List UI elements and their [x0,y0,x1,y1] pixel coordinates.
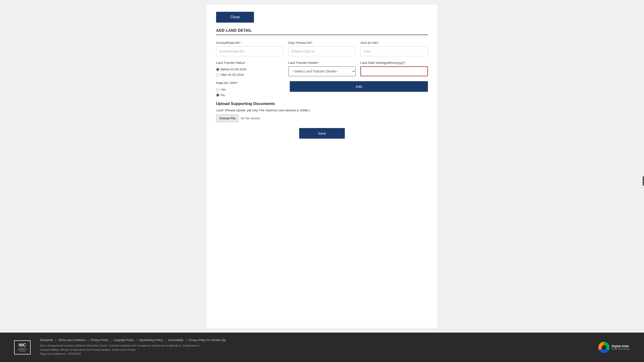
survey-khata-label: Survey/Khata No*: [216,41,284,44]
upload-section: Upload Supporting Documents Land* (Pleas… [216,102,428,122]
land-date-vesting-label: Land Date Vesting(dd/mm/yyyy)*: [360,61,428,64]
nic-logo-area: NIC NATIONAL INFORMATICS CENTRE [14,340,30,354]
land-date-vesting-input[interactable] [360,66,428,76]
nic-logo: NIC NATIONAL INFORMATICS CENTRE [14,340,30,354]
survey-khata-group: Survey/Khata No*: [216,41,284,56]
upload-title: Upload Supporting Documents [216,102,428,106]
privacy-mobile-link[interactable]: Privacy Policy For Mobile App [188,338,226,342]
after-date-radio[interactable] [216,73,219,76]
disclaimer-link[interactable]: Disclaimer [40,338,53,342]
land-transfer-status-group: Land Transfer Status* Before 01-02-2019 … [216,61,284,76]
nic-logo-subtitle: NATIONAL INFORMATICS CENTRE [18,348,27,352]
area-label: Area (In Ha)*: [360,41,428,44]
footer-desc: Site is designed and hosted by National … [40,344,589,356]
no-radio[interactable] [216,94,219,97]
row-land-transfer: Land Transfer Status* Before 01-02-2019 … [216,61,428,76]
nic-logo-text: NIC [19,343,26,347]
yes-radio[interactable] [216,88,219,91]
file-input-row: Choose File No file chosen [216,114,428,122]
save-button[interactable]: Save [299,128,345,139]
upload-hint: Land* (Please upload .pdf only. File max… [216,108,428,112]
di-subtext: Power To Empower [612,348,630,350]
before-date-label: Before 01-02-2019 [221,68,246,71]
section-divider [216,34,428,35]
copyright-link[interactable]: Copyright Policy [114,338,134,342]
after-date-radio-label[interactable]: After 01-02-2019 [216,73,284,76]
add-button[interactable]: Add [290,81,428,92]
choose-file-button[interactable]: Choose File [216,114,238,122]
di-circle-inner [602,345,606,350]
patta-rfa-group: Patta No / RFA* Yes No [216,81,285,97]
close-button[interactable]: Close [216,12,254,22]
land-date-vesting-group: Land Date Vesting(dd/mm/yyyy)*: [360,61,428,76]
patta-rfa-label: Patta No / RFA* [216,81,285,85]
row-survey-dag-area: Survey/Khata No*: Dag / Khasra No*: Area… [216,41,428,56]
area-input[interactable] [360,46,428,56]
di-text-block: Digital India Power To Empower [612,344,630,350]
land-transfer-status-radios: Before 01-02-2019 After 01-02-2019 [216,68,284,76]
save-button-row: Save [216,128,428,139]
area-group: Area (In Ha)*: [360,41,428,56]
land-transfer-status-label: Land Transfer Status* [216,61,284,64]
land-transfer-details-select[interactable]: --Select Land Transfer Details-- [288,66,356,76]
di-title: Digital India [612,344,630,348]
digital-india-logo: Digital India Power To Empower [598,342,630,353]
no-file-text: No file chosen [241,116,260,120]
section-title: ADD LAND DETAIL [216,28,428,33]
no-label: No [221,93,225,97]
before-date-radio[interactable] [216,68,219,71]
yes-label: Yes [221,88,226,91]
land-transfer-details-group: Land Transfer Details*: --Select Land Tr… [288,61,356,76]
di-circle-icon [598,342,610,353]
footer-center: Disclaimer | Terms and Conditions | Priv… [40,338,589,356]
terms-link[interactable]: Terms and Conditions [58,338,86,342]
no-radio-label[interactable]: No [216,93,285,97]
dag-khasra-input[interactable] [288,46,356,56]
patta-rfa-radios: Yes No [216,88,285,97]
before-date-radio-label[interactable]: Before 01-02-2019 [216,68,284,71]
dag-khasra-group: Dag / Khasra No*: [288,41,356,56]
digital-india-area: Digital India Power To Empower [598,342,630,353]
dag-khasra-label: Dag / Khasra No*: [288,41,356,44]
add-button-col: Add [290,81,428,92]
scrollbar-indicator[interactable] [642,176,644,186]
footer-links: Disclaimer | Terms and Conditions | Priv… [40,338,589,342]
footer: NIC NATIONAL INFORMATICS CENTRE Disclaim… [0,332,644,362]
land-transfer-details-label: Land Transfer Details*: [288,61,356,64]
accessibility-link[interactable]: Accessibility [168,338,183,342]
yes-radio-label[interactable]: Yes [216,88,285,91]
survey-khata-input[interactable] [216,46,284,56]
after-date-label: After 01-02-2019 [221,73,244,76]
row-patta-add: Patta No / RFA* Yes No Add [216,81,428,97]
hyperlinking-link[interactable]: Hyperlinking Policy [139,338,163,342]
privacy-link[interactable]: Privacy Policy [91,338,108,342]
